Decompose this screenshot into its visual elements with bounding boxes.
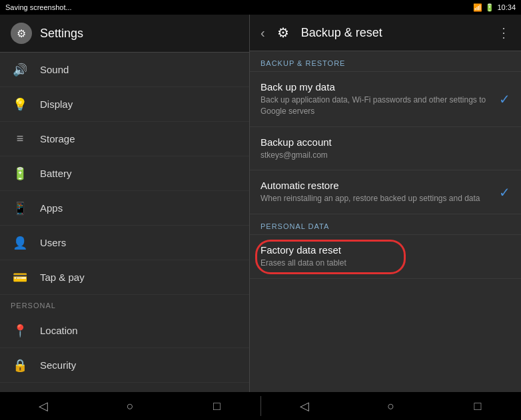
personal-section-header: PERSONAL	[0, 295, 249, 314]
right-panel: ‹ ⚙ Backup & reset ⋮ BACKUP & RESTORE Ba…	[250, 15, 521, 392]
right-content: BACKUP & RESTORE Back up my data Back up…	[250, 51, 521, 392]
sidebar: ⚙ Settings 🔊 Sound 💡 Display ≡ Storage 🔋…	[0, 15, 250, 392]
sidebar-item-storage[interactable]: ≡ Storage	[0, 122, 249, 156]
automatic-restore-check: ✓	[499, 184, 510, 200]
status-right: 📶 🔋 10:34	[473, 3, 516, 12]
main-area: ⚙ Settings 🔊 Sound 💡 Display ≡ Storage 🔋…	[0, 15, 521, 392]
sidebar-item-tap-pay[interactable]: 💳 Tap & pay	[0, 260, 249, 295]
sidebar-label-display: Display	[40, 99, 73, 110]
users-icon: 👤	[11, 234, 29, 252]
back-nav-button-right[interactable]: ◁	[288, 394, 321, 418]
header-gear-icon: ⚙	[273, 23, 293, 43]
back-up-my-data-subtitle: Back up application data, Wi-Fi password…	[260, 95, 510, 117]
back-button[interactable]: ‹	[260, 25, 265, 41]
sidebar-item-battery[interactable]: 🔋 Battery	[0, 156, 249, 191]
back-nav-button[interactable]: ◁	[27, 394, 60, 418]
backup-account-email: stkeys@gmail.com	[260, 150, 510, 161]
sidebar-label-users: Users	[40, 237, 66, 248]
factory-data-reset-title: Factory data reset	[260, 244, 510, 256]
right-header-title: Backup & reset	[301, 26, 382, 40]
battery-icon: 🔋	[11, 164, 29, 183]
back-up-my-data-item[interactable]: Back up my data Back up application data…	[250, 72, 521, 127]
home-nav-button-right[interactable]: ○	[374, 394, 408, 418]
personal-data-section-label: PERSONAL DATA	[250, 214, 521, 235]
sidebar-item-apps[interactable]: 📱 Apps	[0, 191, 249, 226]
sidebar-item-language[interactable]: A Language & input	[0, 383, 249, 392]
back-up-my-data-title: Back up my data	[260, 81, 510, 93]
wifi-icon: 📶	[473, 3, 482, 12]
sidebar-label-security: Security	[40, 359, 76, 371]
sidebar-label-tap-pay: Tap & pay	[40, 272, 85, 283]
sidebar-item-display[interactable]: 💡 Display	[0, 87, 249, 122]
status-left: Saving screenshot...	[5, 3, 72, 11]
sidebar-label-apps: Apps	[40, 202, 63, 214]
security-icon: 🔒	[11, 356, 29, 375]
back-up-my-data-check: ✓	[499, 91, 510, 107]
sidebar-header: ⚙ Settings	[0, 15, 249, 53]
sidebar-item-users[interactable]: 👤 Users	[0, 226, 249, 260]
sidebar-item-security[interactable]: 🔒 Security	[0, 348, 249, 383]
recent-nav-button[interactable]: □	[200, 394, 233, 418]
sidebar-label-sound: Sound	[40, 64, 69, 75]
more-options-icon[interactable]: ⋮	[497, 25, 510, 41]
time-display: 10:34	[497, 3, 516, 11]
sidebar-label-storage: Storage	[40, 133, 75, 144]
right-header: ‹ ⚙ Backup & reset ⋮	[250, 15, 521, 51]
tap-pay-icon: 💳	[11, 268, 29, 287]
nav-section-left: ◁ ○ □	[0, 394, 260, 418]
sidebar-label-battery: Battery	[40, 168, 72, 179]
settings-gear-icon: ⚙	[11, 23, 32, 44]
sidebar-label-location: Location	[40, 325, 78, 336]
backup-account-item[interactable]: Backup account stkeys@gmail.com	[250, 127, 521, 171]
nav-bar: ◁ ○ □ ◁ ○ □	[0, 392, 521, 420]
backup-account-title: Backup account	[260, 136, 510, 148]
factory-data-reset-item[interactable]: Factory data reset Erases all data on ta…	[250, 235, 521, 279]
automatic-restore-subtitle: When reinstalling an app, restore backed…	[260, 193, 510, 204]
right-header-left: ‹ ⚙ Backup & reset	[260, 23, 382, 43]
home-nav-button[interactable]: ○	[113, 394, 147, 418]
automatic-restore-title: Automatic restore	[260, 180, 510, 191]
display-icon: 💡	[11, 95, 29, 114]
battery-icon: 🔋	[485, 3, 494, 12]
settings-title: Settings	[40, 27, 83, 41]
automatic-restore-item[interactable]: Automatic restore When reinstalling an a…	[250, 170, 521, 214]
saving-text: Saving screenshot...	[5, 3, 72, 11]
sidebar-item-sound[interactable]: 🔊 Sound	[0, 53, 249, 87]
factory-data-reset-subtitle: Erases all data on tablet	[260, 258, 510, 269]
apps-icon: 📱	[11, 199, 29, 218]
sidebar-item-location[interactable]: 📍 Location	[0, 314, 249, 348]
storage-icon: ≡	[11, 130, 29, 148]
sound-icon: 🔊	[11, 61, 29, 79]
nav-section-right: ◁ ○ □	[261, 394, 522, 418]
location-icon: 📍	[11, 321, 29, 340]
recent-nav-button-right[interactable]: □	[461, 394, 494, 418]
status-bar: Saving screenshot... 📶 🔋 10:34	[0, 0, 521, 15]
backup-restore-section-label: BACKUP & RESTORE	[250, 51, 521, 72]
